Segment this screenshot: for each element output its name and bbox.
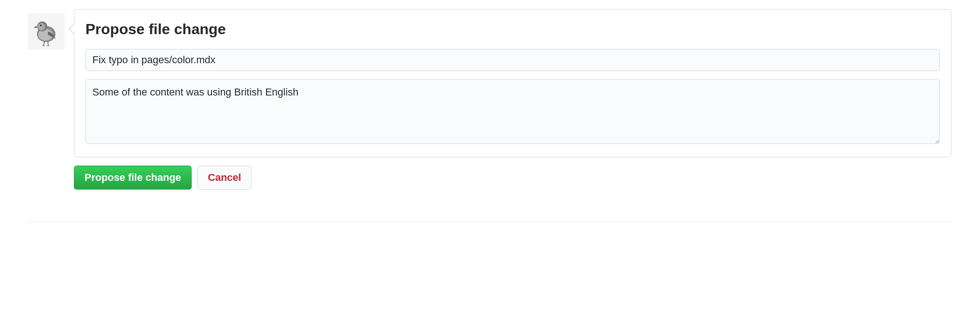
footer-divider [28,222,952,222]
commit-title-input[interactable] [85,49,940,71]
bird-avatar-icon [30,15,63,48]
svg-line-11 [48,45,49,46]
action-bar: Propose file change Cancel [74,166,951,190]
svg-point-4 [40,24,42,26]
svg-line-6 [43,42,44,46]
svg-line-7 [48,42,48,46]
main-column: Propose file change Propose file change … [74,9,951,190]
svg-marker-5 [34,26,37,28]
propose-change-container: Propose file change Propose file change … [28,9,951,190]
svg-line-10 [47,45,48,46]
cancel-button[interactable]: Cancel [197,166,252,190]
panel-title: Propose file change [85,21,940,38]
svg-line-9 [43,45,45,46]
svg-point-3 [38,23,45,30]
propose-change-panel: Propose file change [74,9,951,157]
commit-description-textarea[interactable] [85,79,940,144]
avatar [28,13,65,50]
svg-line-8 [42,45,43,46]
propose-file-change-button[interactable]: Propose file change [74,166,192,190]
